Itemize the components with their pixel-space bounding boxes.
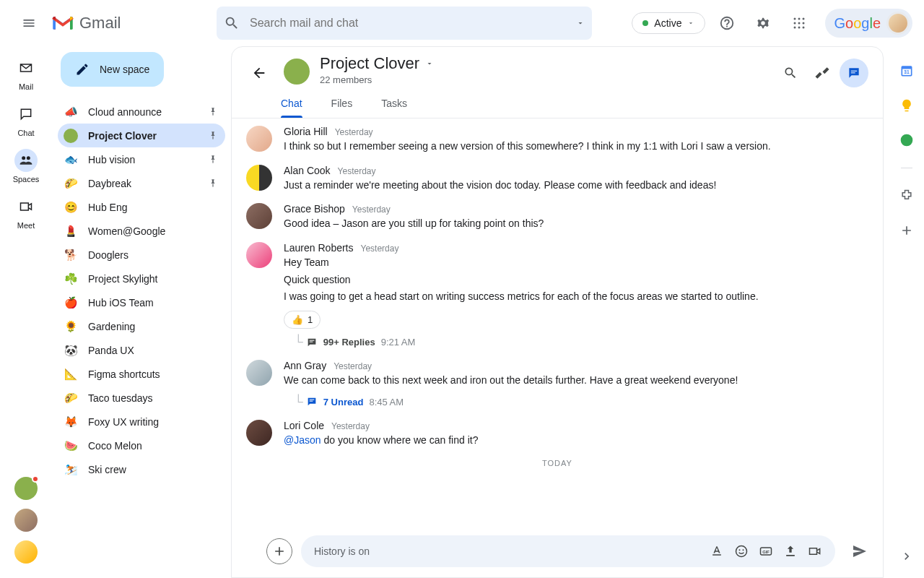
- apps-grid-icon: [793, 17, 806, 30]
- status-chip[interactable]: Active: [632, 12, 705, 34]
- gif-icon[interactable]: GIF: [759, 544, 773, 558]
- space-item[interactable]: 📣Cloud announce: [58, 100, 225, 124]
- tab-chat[interactable]: Chat: [281, 95, 302, 118]
- space-name: Foxy UX writing: [88, 416, 218, 428]
- space-item[interactable]: 🌮Taco tuesdays: [58, 386, 225, 410]
- toggle-chat-panel-button[interactable]: [840, 59, 868, 87]
- nav-mail[interactable]: Mail: [3, 52, 49, 95]
- search-bar[interactable]: [217, 7, 592, 40]
- search-options-icon[interactable]: [576, 19, 585, 27]
- add-attachment-button[interactable]: [266, 538, 292, 564]
- space-search-button[interactable]: [776, 59, 805, 87]
- space-avatar[interactable]: [284, 59, 310, 85]
- google-logo: Google: [834, 15, 881, 32]
- logo-area[interactable]: Gmail: [52, 14, 211, 33]
- settings-button[interactable]: [749, 9, 777, 38]
- space-item[interactable]: 🦊Foxy UX writing: [58, 410, 225, 434]
- message-avatar[interactable]: [246, 242, 272, 268]
- main-menu-button[interactable]: [12, 6, 46, 40]
- svg-rect-16: [309, 340, 314, 340]
- space-emoji-icon: ⛷️: [64, 462, 78, 477]
- gear-icon: [755, 15, 771, 31]
- message-avatar[interactable]: [246, 203, 272, 229]
- nav-meet[interactable]: Meet: [3, 191, 49, 234]
- message-author[interactable]: Alan Cook: [284, 165, 331, 176]
- tab-tasks[interactable]: Tasks: [381, 95, 407, 118]
- space-name: Project Skylight: [88, 273, 218, 285]
- support-button[interactable]: [712, 9, 741, 38]
- space-item[interactable]: ⛷️Ski crew: [58, 457, 225, 481]
- space-item[interactable]: 🐕Dooglers: [58, 243, 225, 267]
- contacts-icon[interactable]: [899, 133, 914, 147]
- video-icon[interactable]: [808, 544, 822, 558]
- send-button[interactable]: [851, 543, 868, 560]
- tab-files[interactable]: Files: [331, 95, 353, 118]
- header-actions: Active Google: [632, 9, 912, 38]
- send-icon: [851, 543, 868, 560]
- mention[interactable]: @Jason: [284, 434, 321, 446]
- calendar-icon[interactable]: 31: [899, 64, 914, 78]
- space-emoji-icon: 🦊: [64, 415, 78, 429]
- keep-icon[interactable]: [899, 98, 914, 113]
- message-avatar[interactable]: [246, 420, 272, 446]
- space-item[interactable]: 📐Figma shortcuts: [58, 362, 225, 386]
- nav-contact-avatar[interactable]: [14, 477, 38, 500]
- nav-spaces[interactable]: Spaces: [3, 144, 49, 188]
- reaction-emoji-icon: 👍: [292, 314, 303, 325]
- collapse-button[interactable]: [808, 59, 837, 87]
- message-author[interactable]: Ann Gray: [284, 360, 326, 371]
- message-avatar[interactable]: [246, 126, 272, 152]
- space-title[interactable]: Project Clover: [320, 54, 766, 73]
- space-emoji-icon: 🐟: [64, 152, 78, 167]
- space-item[interactable]: 🍎Hub iOS Team: [58, 290, 225, 314]
- upload-icon[interactable]: [783, 544, 798, 558]
- space-item[interactable]: 🌻Gardening: [58, 314, 225, 338]
- back-button[interactable]: [245, 59, 274, 87]
- space-item[interactable]: 😊Hub Eng: [58, 195, 225, 219]
- message-author[interactable]: Lori Cole: [284, 420, 324, 431]
- message: Lori ColeYesterday@Jason do you know whe…: [246, 420, 868, 449]
- message-author[interactable]: Lauren Roberts: [284, 242, 354, 254]
- space-item[interactable]: 🍉Coco Melon: [58, 434, 225, 457]
- account-switcher[interactable]: Google: [825, 9, 912, 38]
- nav-contact-avatar[interactable]: [14, 540, 38, 564]
- collapse-icon: [815, 66, 829, 80]
- message-author[interactable]: Gloria Hill: [284, 126, 328, 137]
- apps-button[interactable]: [785, 9, 814, 38]
- thread-unread-link[interactable]: └7 Unread8:45 AM: [294, 394, 868, 410]
- space-name: Gardening: [88, 321, 218, 332]
- nav-chat[interactable]: Chat: [3, 98, 49, 142]
- space-item[interactable]: 🐟Hub vision: [58, 147, 225, 171]
- spaces-sidebar: New space 📣Cloud announceProject Clover🐟…: [52, 46, 231, 578]
- message-avatar[interactable]: [246, 165, 272, 191]
- spaces-icon: [19, 153, 33, 168]
- message-avatar[interactable]: [246, 360, 272, 386]
- expand-side-panel-button[interactable]: [899, 549, 914, 564]
- svg-point-22: [743, 549, 744, 551]
- message-list[interactable]: Gloria HillYesterdayI think so but I rem…: [232, 118, 883, 528]
- compose-input[interactable]: History is on GIF: [301, 535, 835, 567]
- space-item[interactable]: Project Clover: [58, 124, 225, 147]
- new-space-button[interactable]: New space: [61, 52, 164, 87]
- svg-point-11: [803, 27, 805, 29]
- get-addons-icon[interactable]: [899, 223, 914, 238]
- plus-icon: [272, 544, 287, 558]
- format-icon[interactable]: [710, 544, 724, 558]
- space-emoji-icon: ☘️: [64, 272, 78, 286]
- addons-icon[interactable]: [899, 189, 914, 203]
- message-author[interactable]: Grace Bishop: [284, 203, 345, 215]
- search-input[interactable]: [250, 17, 566, 30]
- emoji-icon[interactable]: [734, 544, 749, 558]
- user-avatar[interactable]: [886, 12, 910, 35]
- space-item[interactable]: 🌮Daybreak: [58, 171, 225, 195]
- space-item[interactable]: 🐼Panda UX: [58, 338, 225, 362]
- members-count[interactable]: 22 members: [320, 74, 766, 85]
- thread-replies-link[interactable]: └99+ Replies9:21 AM: [294, 335, 868, 350]
- svg-rect-15: [851, 72, 855, 73]
- space-item[interactable]: 💄Women@Google: [58, 219, 225, 243]
- nav-contact-avatar[interactable]: [14, 509, 38, 532]
- reaction-chip[interactable]: 👍1: [284, 311, 321, 329]
- space-item[interactable]: ☘️Project Skylight: [58, 267, 225, 290]
- space-name: Cloud announce: [88, 106, 198, 118]
- space-name: Panda UX: [88, 345, 218, 356]
